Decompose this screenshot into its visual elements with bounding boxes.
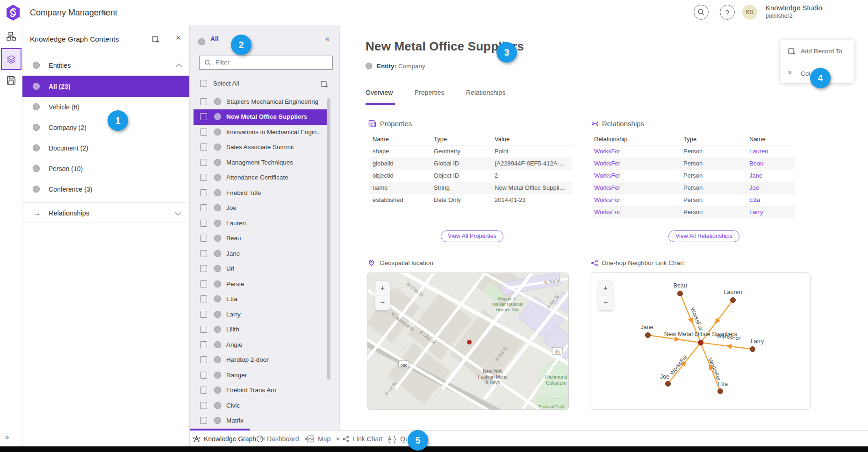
bottom-tab-link-chart[interactable]: Link Chart × bbox=[342, 430, 392, 447]
list-item[interactable]: New Metal Office Suppliers bbox=[194, 109, 328, 125]
record-checkbox[interactable] bbox=[200, 265, 207, 272]
table-row[interactable]: WorksFor Person Larry bbox=[592, 206, 795, 218]
zoom-in-button[interactable]: + bbox=[375, 281, 390, 295]
entity-type-row[interactable]: Company (2) bbox=[22, 117, 189, 138]
column-header[interactable]: Name bbox=[749, 135, 794, 145]
list-item[interactable]: Staplers Mechanical Engineering bbox=[194, 94, 328, 110]
layers-tool-selected[interactable] bbox=[1, 48, 22, 70]
table-row[interactable]: WorksFor Person Jane bbox=[592, 170, 795, 182]
record-checkbox[interactable] bbox=[200, 372, 207, 379]
list-item[interactable]: Lauren bbox=[194, 216, 328, 231]
filter-input[interactable]: Filter bbox=[199, 56, 333, 70]
table-row[interactable]: established Date Only 2014-01-23 bbox=[369, 194, 572, 206]
list-item[interactable]: Firebird Trans Am bbox=[194, 383, 328, 398]
select-all-checkbox[interactable] bbox=[200, 80, 207, 87]
record-checkbox[interactable] bbox=[200, 280, 207, 287]
chevron-down-icon[interactable] bbox=[175, 209, 181, 215]
list-item[interactable]: Larry bbox=[194, 307, 328, 323]
search-button[interactable] bbox=[694, 5, 709, 20]
list-item[interactable]: Attendance Certificate bbox=[194, 170, 328, 186]
add-record-icon[interactable] bbox=[321, 80, 328, 88]
view-all-properties-button[interactable]: View All Properties bbox=[441, 230, 503, 242]
list-item[interactable]: Joe bbox=[194, 201, 328, 216]
related-entity-link[interactable]: Larry bbox=[749, 206, 794, 218]
user-identity[interactable]: Knowledge Studio publisher2 bbox=[766, 4, 822, 20]
related-entity-link[interactable]: Jane bbox=[749, 170, 794, 182]
table-row[interactable]: globalid Global ID {A228944F-0EF5-412A-.… bbox=[369, 158, 572, 170]
list-item[interactable]: Lilith bbox=[194, 322, 328, 337]
related-entity-link[interactable]: Etta bbox=[749, 194, 794, 206]
table-row[interactable]: WorksFor Person Joe bbox=[592, 182, 795, 194]
record-checkbox[interactable] bbox=[200, 159, 207, 166]
column-header[interactable]: Name bbox=[373, 135, 431, 145]
geospatial-map[interactable]: W Clay StW Marshall StE Clay StN 3rd StN… bbox=[367, 273, 569, 410]
zoom-out-button[interactable]: − bbox=[375, 295, 390, 310]
record-checkbox[interactable] bbox=[200, 417, 207, 424]
one-hop-link-chart[interactable]: WorksForWorksForWorksForWorksForNew Meta… bbox=[590, 273, 811, 410]
new-record-icon[interactable] bbox=[152, 36, 159, 43]
entity-type-row[interactable]: Conference (3) bbox=[22, 179, 189, 200]
list-item[interactable]: Civic bbox=[194, 398, 328, 414]
relationship-link[interactable]: WorksFor bbox=[594, 158, 678, 170]
tab-relationships[interactable]: Relationships bbox=[466, 89, 505, 96]
bottom-tab-map[interactable]: Map × bbox=[307, 430, 340, 447]
expand-rail-icon[interactable]: » bbox=[5, 433, 9, 441]
relationship-link[interactable]: WorksFor bbox=[594, 182, 678, 194]
entity-type-row[interactable]: Document (2) bbox=[22, 138, 189, 158]
list-item[interactable]: Hardtop 2-door bbox=[194, 352, 328, 368]
record-checkbox[interactable] bbox=[200, 311, 207, 318]
list-item[interactable]: Etta bbox=[194, 292, 328, 307]
table-row[interactable]: WorksFor Person Beau bbox=[592, 158, 795, 170]
list-item[interactable]: Persie bbox=[194, 277, 328, 292]
zoom-in-button[interactable]: + bbox=[598, 281, 613, 295]
entity-type-row[interactable]: Person (10) bbox=[22, 158, 189, 179]
zoom-out-button[interactable]: − bbox=[598, 295, 613, 310]
entities-section-header[interactable]: Entities bbox=[22, 55, 189, 76]
related-entity-link[interactable]: Lauren bbox=[749, 145, 794, 158]
tab-overview[interactable]: Overview bbox=[366, 89, 393, 96]
record-checkbox[interactable] bbox=[200, 235, 207, 242]
table-row[interactable]: objectid Object ID 2 bbox=[369, 170, 572, 182]
record-checkbox[interactable] bbox=[200, 326, 207, 333]
list-item[interactable]: Firebird Title bbox=[194, 186, 328, 201]
record-checkbox[interactable] bbox=[200, 113, 207, 120]
record-checkbox[interactable] bbox=[200, 250, 207, 257]
record-checkbox[interactable] bbox=[200, 295, 207, 302]
hierarchy-icon[interactable] bbox=[7, 32, 16, 41]
column-header[interactable]: Type bbox=[434, 135, 492, 145]
chevron-up-icon[interactable] bbox=[176, 64, 182, 70]
bottom-tab-dashboard[interactable]: Dashboard × bbox=[256, 430, 308, 447]
record-checkbox[interactable] bbox=[200, 189, 207, 196]
table-row[interactable]: name String New Metal Office Suppli... bbox=[369, 182, 572, 194]
relationship-link[interactable]: WorksFor bbox=[594, 206, 678, 218]
record-checkbox[interactable] bbox=[200, 402, 207, 409]
table-row[interactable]: WorksFor Person Lauren bbox=[592, 145, 795, 158]
app-logo-icon[interactable] bbox=[5, 4, 22, 21]
record-checkbox[interactable] bbox=[200, 356, 207, 363]
list-item[interactable]: Ranger bbox=[194, 368, 328, 383]
close-tab-icon[interactable]: × bbox=[336, 435, 340, 443]
edit-title-icon[interactable]: ✎ bbox=[101, 8, 108, 18]
relationships-section-header[interactable]: → Relationships bbox=[22, 202, 189, 223]
entity-type-row[interactable]: All (23) bbox=[22, 76, 189, 97]
record-checkbox[interactable] bbox=[200, 174, 207, 181]
scrollbar-thumb[interactable] bbox=[327, 98, 330, 380]
table-row[interactable]: WorksFor Person Etta bbox=[592, 194, 795, 206]
record-checkbox[interactable] bbox=[200, 204, 207, 211]
close-panel-icon[interactable]: × bbox=[176, 33, 181, 43]
menu-item-add-record-to[interactable]: Add Record To bbox=[781, 42, 854, 61]
record-checkbox[interactable] bbox=[200, 341, 207, 348]
relationship-link[interactable]: WorksFor bbox=[594, 194, 678, 206]
record-checkbox[interactable] bbox=[200, 387, 207, 394]
record-checkbox[interactable] bbox=[200, 129, 207, 136]
record-checkbox[interactable] bbox=[200, 143, 207, 151]
bottom-tab-knowledge-graph[interactable]: Knowledge Graph × bbox=[193, 430, 265, 447]
list-item[interactable]: Jane bbox=[194, 246, 328, 262]
list-item[interactable]: Sales Associate Summit bbox=[194, 140, 328, 155]
list-item[interactable]: Innovations in Mechanical Engin... bbox=[194, 125, 328, 140]
list-item[interactable]: Managment Techniques bbox=[194, 155, 328, 171]
related-entity-link[interactable]: Joe bbox=[749, 182, 794, 194]
avatar[interactable]: KS bbox=[742, 5, 757, 20]
record-checkbox[interactable] bbox=[200, 220, 207, 227]
table-row[interactable]: shape Geometry Point bbox=[369, 145, 572, 158]
